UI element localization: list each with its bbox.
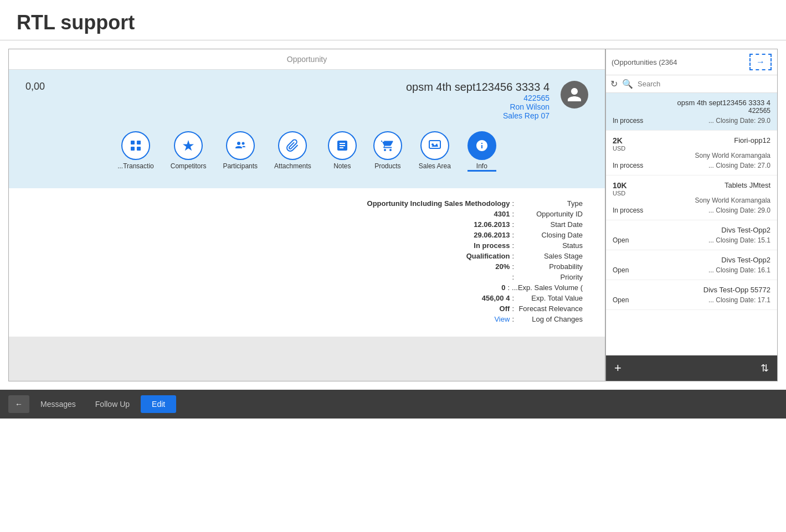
detail-value-forecastrel: Forecast Relevance xyxy=(516,304,583,313)
list-item[interactable]: 2K USD Fiori-opp12 Sony World Koramangal… xyxy=(606,131,777,175)
tab-label-products: Products xyxy=(374,162,400,170)
detail-value-status: Status xyxy=(516,241,583,250)
tab-info[interactable]: Info xyxy=(468,131,496,172)
list-item[interactable]: Divs Test-Opp2 Open ... Closing Date: 16… xyxy=(606,250,777,280)
tab-transaction[interactable]: ...Transactio xyxy=(117,131,154,172)
opp-item-row: Open ... Closing Date: 17.1 xyxy=(613,296,770,304)
opp-item-closing: ... Closing Date: 27.0 xyxy=(708,162,770,169)
detail-label-status: In process xyxy=(399,241,510,250)
opp-item-status: Open xyxy=(613,236,629,244)
opp-item-name: Divs Test-Opp2 xyxy=(613,256,770,264)
detail-label-probability: 20% xyxy=(399,262,510,271)
list-item[interactable]: Divs Test-Opp2 Open ... Closing Date: 15… xyxy=(606,220,777,250)
opp-item-status: In process xyxy=(613,117,643,125)
detail-row-closingdate: 29.06.2013 : Closing Date xyxy=(31,231,583,239)
add-button[interactable]: + xyxy=(614,361,621,375)
opportunity-person[interactable]: Ron Wilson xyxy=(45,102,549,111)
detail-row-expsalesvol: 0 : ...Exp. Sales Volume ( xyxy=(31,283,583,292)
svg-rect-1 xyxy=(137,141,141,144)
grey-area xyxy=(9,337,605,381)
opp-item-name: Fiori-opp12 xyxy=(734,136,770,144)
detail-value-expsalesvol: ...Exp. Sales Volume ( xyxy=(512,283,583,292)
detail-value-probability: Probability xyxy=(516,262,583,271)
tab-label-transaction: ...Transactio xyxy=(117,162,154,170)
right-panel: (Opportunities (2364 → ↻ 🔍 opsm 4th sept… xyxy=(605,49,777,381)
opp-item-amount: 2K xyxy=(613,136,625,145)
search-input[interactable] xyxy=(638,80,773,88)
info-center: opsm 4th sept123456 3333 4 422565 Ron Wi… xyxy=(45,81,549,120)
detail-label-forecastrel: Off xyxy=(399,304,510,313)
bottom-toolbar: ← Messages Follow Up Edit xyxy=(0,390,786,419)
tab-attachments[interactable]: Attachments xyxy=(274,131,311,172)
detail-row-status: In process : Status xyxy=(31,241,583,250)
opp-item-status: Open xyxy=(613,296,629,304)
detail-label-oppid: 4301 xyxy=(399,210,510,218)
list-item[interactable]: 10K USD Tablets JMtest Sony World Korama… xyxy=(606,175,777,220)
search-icon: 🔍 xyxy=(622,79,633,89)
detail-label-priority xyxy=(399,273,510,281)
tab-notes[interactable]: Notes xyxy=(328,131,357,172)
detail-link-view[interactable]: View xyxy=(494,315,510,323)
opp-item-status: In process xyxy=(613,162,643,169)
tab-competitors[interactable]: Competitors xyxy=(171,131,207,172)
tab-salesarea[interactable]: Sales Area xyxy=(419,131,451,172)
detail-row-startdate: 12.06.2013 : Start Date xyxy=(31,220,583,229)
opportunity-role[interactable]: Sales Rep 07 xyxy=(45,111,549,120)
opp-item-row: In process ... Closing Date: 29.0 xyxy=(613,117,770,125)
tab-circle-info xyxy=(468,131,496,160)
detail-row-forecastrel: Off : Forecast Relevance xyxy=(31,304,583,313)
tab-label-participants: Participants xyxy=(223,162,258,170)
opp-item-status: In process xyxy=(613,206,643,214)
opp-item-status: Open xyxy=(613,266,629,274)
tab-label-competitors: Competitors xyxy=(171,162,207,170)
messages-button[interactable]: Messages xyxy=(32,395,84,413)
tab-label-attachments: Attachments xyxy=(274,162,311,170)
tab-products[interactable]: Products xyxy=(373,131,402,172)
opp-item-row: In process ... Closing Date: 29.0 xyxy=(613,206,770,214)
opp-item-id: 422565 xyxy=(613,107,770,115)
opp-item-closing: ... Closing Date: 16.1 xyxy=(708,266,770,274)
detail-row-priority: : Priority xyxy=(31,273,583,281)
navigate-button[interactable]: → xyxy=(749,54,772,70)
opp-item-currency: USD xyxy=(613,190,627,197)
detail-row-type: Opportunity Including Sales Methodology … xyxy=(31,199,583,208)
tab-label-salesarea: Sales Area xyxy=(419,162,451,170)
opportunity-name: opsm 4th sept123456 3333 4 xyxy=(45,81,549,94)
detail-label-exptotalval: 456,00 4 xyxy=(399,294,510,302)
tab-circle-transaction xyxy=(121,131,150,160)
detail-label-type: Opportunity Including Sales Methodology xyxy=(367,199,510,208)
list-item[interactable]: opsm 4th sept123456 3333 4 422565 In pro… xyxy=(606,93,777,131)
detail-row-probability: 20% : Probability xyxy=(31,262,583,271)
detail-label-expsalesvol: 0 xyxy=(394,283,505,292)
detail-value-startdate: Start Date xyxy=(516,220,583,229)
list-item[interactable]: Divs Test-Opp 55772 Open ... Closing Dat… xyxy=(606,280,777,310)
opp-item-closing: ... Closing Date: 17.1 xyxy=(708,296,770,304)
svg-rect-6 xyxy=(429,141,440,148)
detail-row-exptotalval: 456,00 4 : Exp. Total Value xyxy=(31,294,583,302)
followup-button[interactable]: Follow Up xyxy=(87,395,138,413)
back-button[interactable]: ← xyxy=(8,395,29,413)
main-container: Opportunity 0,00 opsm 4th sept123456 333… xyxy=(8,49,778,381)
edit-button[interactable]: Edit xyxy=(141,395,176,413)
opp-item-row: In process ... Closing Date: 27.0 xyxy=(613,162,770,169)
detail-value-closingdate: Closing Date xyxy=(516,231,583,239)
detail-label-startdate: 12.06.2013 xyxy=(399,220,510,229)
detail-value-logchanges: Log of Changes xyxy=(516,315,583,323)
avatar xyxy=(561,81,588,109)
right-panel-header: (Opportunities (2364 → xyxy=(606,49,777,75)
sort-button[interactable]: ⇅ xyxy=(761,362,769,374)
page-divider xyxy=(0,40,786,40)
svg-point-5 xyxy=(242,142,244,145)
opportunity-id[interactable]: 422565 xyxy=(45,94,549,102)
svg-point-4 xyxy=(237,142,240,145)
detail-row-logchanges: View : Log of Changes xyxy=(31,315,583,323)
opp-item-row: Open ... Closing Date: 15.1 xyxy=(613,236,770,244)
opp-item-currency: USD xyxy=(613,145,625,152)
detail-value-priority: Priority xyxy=(516,273,583,281)
opp-item-name: Divs Test-Opp 55772 xyxy=(613,286,770,294)
opportunities-count: (Opportunities (2364 xyxy=(612,58,677,66)
tab-participants[interactable]: Participants xyxy=(223,131,258,172)
refresh-icon[interactable]: ↻ xyxy=(610,79,618,89)
detail-value-type: Type xyxy=(516,199,583,208)
opportunity-header: Opportunity xyxy=(9,49,605,70)
